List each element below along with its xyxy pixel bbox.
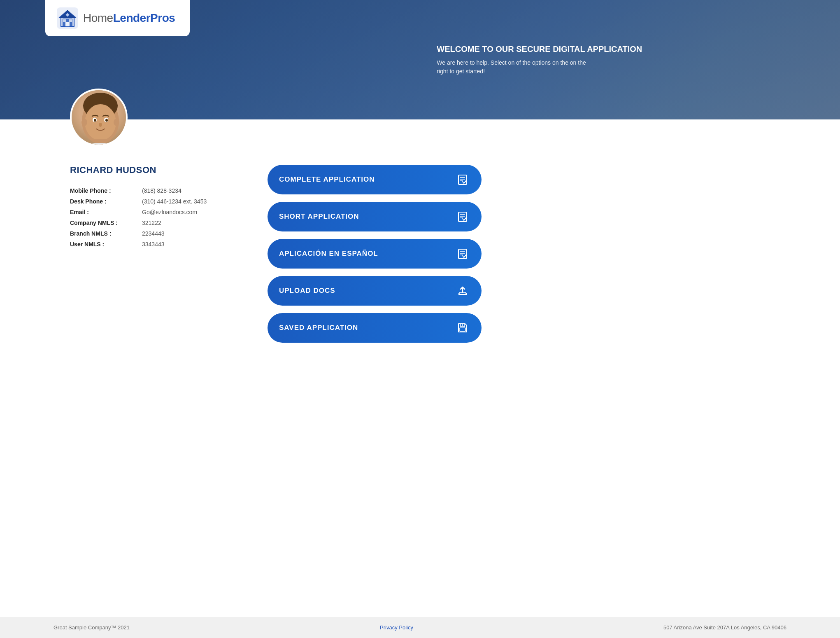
complete-application-button[interactable]: COMPLETE APPLICATION xyxy=(268,165,482,194)
short-application-icon xyxy=(455,209,470,224)
svg-rect-6 xyxy=(69,19,72,22)
logo-icon xyxy=(57,7,78,29)
complete-application-icon xyxy=(455,172,470,187)
avatar xyxy=(70,89,128,146)
profile-row: Desk Phone : (310) 446-1234 ext. 3453 xyxy=(70,196,243,207)
aplicacion-espanol-button[interactable]: APLICACIÓN EN ESPAÑOL xyxy=(268,239,482,269)
hero-text-block: WELCOME TO OUR SECURE DIGITAL APPLICATIO… xyxy=(437,44,642,76)
svg-point-16 xyxy=(105,119,108,122)
profile-section: RICHARD HUDSON Mobile Phone : (818) 828-… xyxy=(70,157,243,601)
svg-rect-4 xyxy=(65,22,70,26)
complete-application-label: COMPLETE APPLICATION xyxy=(279,175,375,184)
aplicacion-espanol-label: APLICACIÓN EN ESPAÑOL xyxy=(279,250,378,258)
hero-title: WELCOME TO OUR SECURE DIGITAL APPLICATIO… xyxy=(437,44,642,54)
profile-value: Go@ezloandocs.com xyxy=(142,207,243,217)
profile-row: Company NMLS : 321222 xyxy=(70,217,243,228)
hero-subtitle: We are here to help. Select on of the op… xyxy=(437,58,593,76)
profile-row: Email : Go@ezloandocs.com xyxy=(70,207,243,217)
logo-text: HomeLenderPros xyxy=(83,12,175,25)
footer-copyright: Great Sample Company™ 2021 xyxy=(54,624,130,631)
upload-docs-label: UPLOAD DOCS xyxy=(279,287,335,295)
profile-row: Mobile Phone : (818) 828-3234 xyxy=(70,185,243,196)
profile-label: Mobile Phone : xyxy=(70,185,142,196)
profile-label: Company NMLS : xyxy=(70,217,142,228)
profile-row: User NMLS : 3343443 xyxy=(70,239,243,250)
footer: Great Sample Company™ 2021 Privacy Polic… xyxy=(0,617,840,638)
short-application-button[interactable]: SHORT APPLICATION xyxy=(268,202,482,231)
svg-rect-36 xyxy=(460,328,465,331)
profile-table: Mobile Phone : (818) 828-3234 Desk Phone… xyxy=(70,185,243,250)
saved-application-button[interactable]: SAVED APPLICATION xyxy=(268,313,482,343)
main-content: RICHARD HUDSON Mobile Phone : (818) 828-… xyxy=(0,119,840,617)
profile-value: (310) 446-1234 ext. 3453 xyxy=(142,196,243,207)
aplicacion-espanol-icon xyxy=(455,246,470,261)
svg-rect-22 xyxy=(458,175,467,185)
profile-value: (818) 828-3234 xyxy=(142,185,243,196)
svg-point-12 xyxy=(85,104,116,140)
profile-name: RICHARD HUDSON xyxy=(70,165,243,175)
svg-rect-30 xyxy=(458,249,467,259)
svg-rect-5 xyxy=(63,19,66,22)
hero-section: HomeLenderPros xyxy=(0,0,840,119)
profile-label: Branch NMLS : xyxy=(70,228,142,239)
logo-box: HomeLenderPros xyxy=(45,0,190,36)
saved-application-label: SAVED APPLICATION xyxy=(279,324,358,332)
svg-point-19 xyxy=(114,119,119,126)
profile-value: 3343443 xyxy=(142,239,243,250)
svg-rect-26 xyxy=(458,212,467,222)
privacy-policy-link[interactable]: Privacy Policy xyxy=(380,624,413,631)
profile-value: 2234443 xyxy=(142,228,243,239)
avatar-image xyxy=(72,90,126,145)
svg-point-15 xyxy=(94,119,96,122)
buttons-section: COMPLETE APPLICATION SHORT APPLICATION A… xyxy=(268,157,482,601)
footer-address: 507 Arizona Ave Suite 207A Los Angeles, … xyxy=(663,624,786,631)
upload-docs-button[interactable]: UPLOAD DOCS xyxy=(268,276,482,306)
upload-docs-icon xyxy=(455,283,470,298)
profile-value: 321222 xyxy=(142,217,243,228)
saved-application-icon xyxy=(455,320,470,335)
profile-label: Email : xyxy=(70,207,142,217)
short-application-label: SHORT APPLICATION xyxy=(279,213,359,221)
profile-row: Branch NMLS : 2234443 xyxy=(70,228,243,239)
profile-label: User NMLS : xyxy=(70,239,142,250)
svg-rect-20 xyxy=(95,139,106,146)
svg-point-17 xyxy=(99,123,102,127)
svg-rect-34 xyxy=(459,292,466,294)
profile-label: Desk Phone : xyxy=(70,196,142,207)
svg-point-18 xyxy=(81,119,87,126)
